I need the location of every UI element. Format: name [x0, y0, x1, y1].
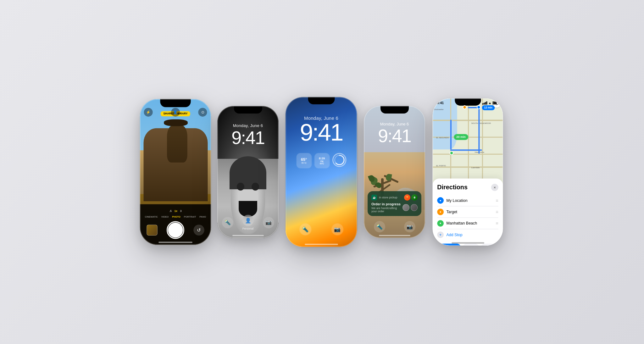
directions-panel: Directions × ● My Location ≡ ● Target ≡ … — [433, 179, 503, 246]
status-time: 9:41 — [437, 101, 444, 104]
directions-title: Directions — [437, 184, 468, 191]
wifi-icon: ▲ — [488, 101, 491, 104]
now-option[interactable]: Now ▾ — [463, 244, 479, 246]
my-location-icon: ● — [437, 197, 444, 204]
personal-icon: 👤 — [242, 215, 254, 226]
phone-maps: 12 min 20 min Dockweiler SOUTH INGLEWOOD… — [433, 98, 503, 246]
lock3-time: 9:41 — [286, 120, 357, 144]
flip-camera-button[interactable]: ↺ — [193, 225, 204, 236]
mode-pano[interactable]: PANO — [199, 215, 206, 218]
flash-icon[interactable]: ⚡ — [144, 108, 153, 117]
notif-content: Order in progress We are handcrafting yo… — [371, 202, 418, 213]
notif-title: Order in progress — [371, 202, 401, 206]
circular-progress-icon — [333, 154, 345, 166]
target-label: Target — [446, 210, 493, 214]
camera-modes: CINEMATIC VIDEO PHOTO PORTRAIT PANO — [145, 215, 206, 218]
notch-3 — [308, 97, 335, 104]
personal-button[interactable]: 👤 Personal — [242, 215, 254, 230]
home-indicator-3 — [305, 244, 338, 245]
close-button[interactable]: × — [491, 184, 498, 191]
drag-handle-1: ≡ — [496, 198, 498, 203]
map-label-6: Lawndale — [471, 166, 480, 168]
avoid-option[interactable]: Avoid ▾ — [481, 244, 499, 246]
time-badge-20: 20 min — [454, 134, 468, 140]
lockscreen-widgets: 65° 55 72 8:29 PM NYC — [296, 153, 346, 169]
camera-lock-icon: 📷 — [263, 217, 274, 228]
mode-video[interactable]: VIDEO — [161, 215, 169, 218]
directions-header: Directions × — [437, 184, 498, 191]
manhattan-beach-icon: ● — [437, 220, 444, 227]
flashlight-button[interactable]: 🔦 — [222, 217, 233, 228]
home-indicator-4 — [379, 235, 410, 236]
camera-icon-4[interactable]: 📷 — [404, 221, 415, 232]
map-view[interactable]: 12 min 20 min Dockweiler SOUTH INGLEWOOD… — [433, 98, 503, 183]
drag-handle-3: ≡ — [496, 221, 498, 226]
route-stop-2[interactable]: ● Target ≡ — [437, 206, 498, 218]
camera-lock-button[interactable]: 📷 — [263, 217, 274, 228]
map-label-2: SOUTH INGLEWOOD — [471, 122, 491, 124]
lock4-bottom-icons: 🔦 📷 — [374, 221, 415, 232]
camera-icon-3[interactable]: 📷 — [331, 223, 343, 235]
home-indicator-2 — [232, 235, 264, 236]
camera-top-icons: ⚡ 👤 ⊙ — [144, 108, 207, 117]
notch-2 — [234, 106, 262, 114]
personal-label: Personal — [242, 227, 254, 230]
lock3-bottom-icons: 🔦 📷 — [299, 223, 343, 235]
route-stop-1[interactable]: ● My Location ≡ — [437, 195, 498, 206]
mode-portrait[interactable]: PORTRAIT — [184, 215, 196, 218]
camera-bottom-row: ↺ — [140, 221, 211, 239]
mode-cinematic[interactable]: CINEMATIC — [145, 215, 158, 218]
camera-screen: SHARED LIBRARY ⚡ 👤 ⊙ .5 1x 3 CINEMATIC V… — [140, 99, 211, 245]
shared-library-icon[interactable]: 👤 — [171, 108, 180, 117]
phone-lockscreen-color: Monday, June 6 9:41 65° 55 72 8:29 PM NY… — [286, 97, 357, 247]
map-label-3: EL SEGUNDO — [436, 137, 449, 139]
maps-status-bar: 9:41 ▲ — [437, 101, 498, 104]
battery-icon — [492, 101, 498, 104]
notif-badge-2: 🍵 — [411, 194, 418, 201]
zoom-0-5[interactable]: .5 — [169, 210, 172, 213]
avoid-label: Avoid — [484, 245, 493, 246]
drive-label: Drive — [446, 245, 455, 246]
flashlight-icon-4[interactable]: 🔦 — [374, 221, 385, 232]
last-photo-thumbnail[interactable] — [147, 225, 158, 236]
phone-lockscreen-joshua: Monday, June 6 9:41 ☕ In store pickup 🏆 … — [364, 106, 425, 238]
mode-photo[interactable]: PHOTO — [172, 215, 180, 218]
map-label-1: Dockweiler — [434, 108, 444, 110]
notif-header: ☕ In store pickup 🏆 🍵 — [371, 194, 418, 201]
home-indicator-1 — [158, 241, 192, 243]
target-icon: ● — [437, 208, 444, 215]
route-options-row: 🚗 Drive ▾ Now ▾ Avoid ▾ — [437, 244, 498, 246]
flashlight-icon-3[interactable]: 🔦 — [299, 223, 311, 235]
now-label: Now — [466, 245, 473, 246]
lock2-bottom-icons: 🔦 👤 Personal 📷 — [217, 215, 279, 230]
flashlight-icon: 🔦 — [222, 217, 233, 228]
car-icon: 🚗 — [441, 245, 445, 246]
add-stop-row[interactable]: + Add Stop — [437, 229, 498, 240]
zoom-controls: .5 1x 3 — [169, 210, 182, 213]
settings-icon[interactable]: ⊙ — [198, 108, 207, 117]
notif-body: We are handcrafting your order — [371, 207, 401, 213]
add-stop-icon: + — [437, 231, 444, 238]
phone-lockscreen-bw: Monday, June 6 9:41 🔦 👤 Personal 📷 — [217, 106, 279, 238]
my-location-label: My Location — [446, 198, 493, 203]
starbucks-notification: ☕ In store pickup 🏆 🍵 Order in progress … — [368, 191, 421, 216]
notif-badges: 🏆 🍵 — [404, 194, 418, 201]
lock2-time: 9:41 — [217, 129, 279, 147]
maps-screen: 12 min 20 min Dockweiler SOUTH INGLEWOOD… — [433, 98, 503, 246]
lock4-time: 9:41 — [364, 127, 425, 145]
drive-option[interactable]: 🚗 Drive ▾ — [437, 244, 461, 246]
shutter-button[interactable] — [167, 221, 184, 239]
phones-container: SHARED LIBRARY ⚡ 👤 ⊙ .5 1x 3 CINEMATIC V… — [130, 89, 514, 255]
zoom-3x[interactable]: 3 — [180, 210, 182, 213]
zoom-1x[interactable]: 1x — [174, 210, 177, 213]
starbucks-icon: ☕ — [371, 195, 377, 200]
add-stop-label: Add Stop — [446, 232, 498, 237]
origin-pin — [449, 151, 453, 155]
manhattan-beach-label: Manhattan Beach — [446, 221, 493, 226]
route-stop-3[interactable]: ● Manhattan Beach ≡ — [437, 218, 498, 229]
circular-widget — [332, 153, 346, 167]
bw-lockscreen: Monday, June 6 9:41 🔦 👤 Personal 📷 — [217, 106, 279, 238]
notif-avatar-1 — [402, 204, 409, 211]
home-indicator-5 — [452, 242, 484, 244]
weather-widget: 65° 55 72 — [296, 153, 312, 169]
